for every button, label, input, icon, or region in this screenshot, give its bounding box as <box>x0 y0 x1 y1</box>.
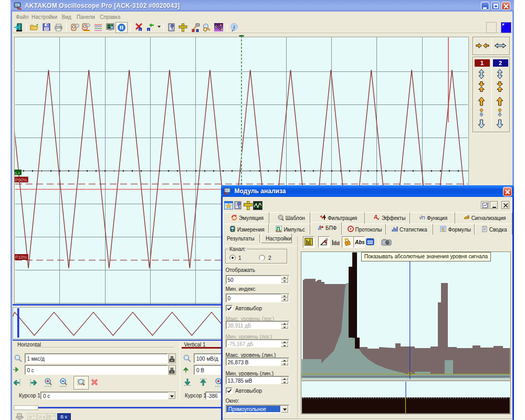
svg-text:v: v <box>377 216 380 220</box>
svg-text:!: ! <box>19 7 19 10</box>
svg-text:P90%: P90% <box>15 177 27 183</box>
svg-text:L>: L> <box>15 171 20 175</box>
svg-text:$: $ <box>442 227 445 232</box>
svg-text:Π: Π <box>422 215 425 220</box>
svg-text:✦: ✦ <box>220 28 223 31</box>
svg-text:✦: ✦ <box>215 25 217 28</box>
svg-text:P10%: P10% <box>15 255 27 260</box>
svg-text:✦: ✦ <box>219 24 222 27</box>
